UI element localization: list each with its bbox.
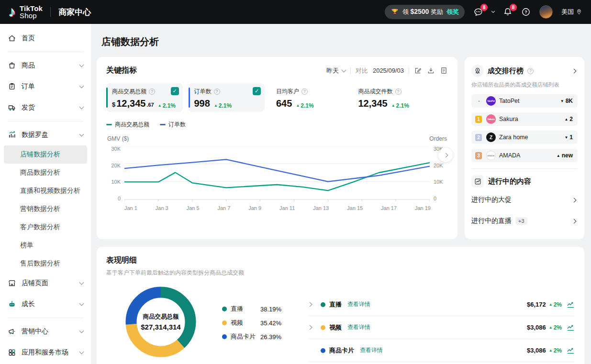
sidebar-item-live-video-data-analytics[interactable]: 直播和视频数据分析	[0, 182, 91, 200]
category-delta: ▲2%	[549, 301, 562, 308]
date-range-select[interactable]: 昨天	[326, 66, 346, 75]
axis-tick-label: Jan 11	[279, 205, 295, 211]
chevron-down-icon	[79, 105, 84, 110]
metric-delta: ▲2.1%	[214, 102, 232, 109]
category-delta: ▲2%	[549, 347, 562, 354]
metric-card-daily-customers[interactable]: 日均客户? 645 ▲2.1%	[270, 83, 347, 112]
metric-card-items-sold[interactable]: 商品成交件数? 12,345 ▲2.1%	[353, 83, 429, 112]
shop-name: AMADA	[499, 152, 520, 159]
chevron-right-icon	[572, 219, 577, 223]
sidebar-item-label: 店铺页面	[22, 279, 48, 287]
gmv-donut-chart[interactable]: 商品交易总额 $27,314,314	[123, 284, 199, 360]
up-arrow-icon: ▲	[296, 103, 300, 108]
shop-name: Sakura	[499, 116, 518, 122]
compare-date[interactable]: 2025/09/03	[373, 67, 404, 74]
ranking-subtitle: 你店铺所在品类的高成交额店铺列表	[471, 81, 578, 88]
region-label: 美国	[561, 8, 574, 16]
expand-button[interactable]	[308, 326, 315, 329]
ranking-title: 成交排行榜	[488, 66, 524, 76]
axis-tick-label: 10K	[434, 179, 448, 185]
info-icon[interactable]: ?	[301, 88, 308, 95]
trend-chart-icon	[471, 175, 484, 188]
reward-text: 领 $2500 奖励	[402, 8, 443, 16]
performance-row-video[interactable]: 视频 查看详情 $3,086 ▲2%	[308, 316, 575, 339]
sidebar-item-shop-data-analytics[interactable]: 店铺数据分析	[4, 145, 87, 164]
view-details-link[interactable]: 查看详情	[347, 323, 370, 331]
sidebar-sub-label: 榜单	[20, 241, 33, 250]
info-icon[interactable]: ?	[149, 88, 155, 95]
sidebar-item-shop-pages[interactable]: 店铺页面	[0, 273, 91, 294]
metric-checkbox[interactable]: ✓	[253, 87, 261, 95]
notifications-badge: 8	[510, 4, 517, 11]
chevron-right-icon	[443, 153, 448, 157]
view-details-link[interactable]: 查看详情	[347, 300, 370, 309]
up-arrow-icon: ▲	[564, 117, 568, 121]
info-icon[interactable]: ?	[395, 88, 401, 95]
trend-chart-button[interactable]	[567, 323, 575, 331]
sidebar-item-home[interactable]: 首页	[0, 28, 91, 49]
line-chart[interactable]	[124, 146, 430, 202]
sidebar-item-aftersales-data-analytics[interactable]: 售后数据分析	[0, 254, 91, 273]
chevron-down-icon[interactable]	[491, 10, 495, 13]
ranking-row-zara-home[interactable]: 2 Z Zara home ▼1	[471, 131, 578, 144]
ranking-row-amada[interactable]: 3 AMADA AMADA ▲new	[471, 149, 578, 162]
legend-item-orders[interactable]: 订单数	[160, 121, 186, 129]
sidebar-item-app-service-market[interactable]: 应用和服务市场	[0, 342, 91, 363]
shopping-bag-icon	[8, 61, 16, 70]
help-button[interactable]: ?	[521, 7, 531, 17]
metric-checkbox[interactable]: ✓	[171, 87, 179, 95]
trend-chart-button[interactable]	[567, 346, 575, 354]
sidebar-item-growth[interactable]: 成长	[0, 294, 91, 315]
performance-detail-card: 表现明细 基于客户下单前最后触达的内容类型拆分商品总成交额 商品交易总额 $27…	[97, 247, 584, 364]
ongoing-livestreams-row[interactable]: 进行中的直播 +3	[471, 210, 578, 232]
ongoing-promotions-row[interactable]: 进行中的大促	[471, 189, 578, 210]
metric-card-orders[interactable]: 订单数? ✓ 998 ▲2.1%	[189, 83, 265, 112]
sidebar-item-shipping[interactable]: 发货	[0, 97, 91, 118]
report-button[interactable]	[440, 66, 448, 75]
trend-chart-button[interactable]	[567, 300, 575, 309]
sidebar-item-product-data-analytics[interactable]: 商品数据分析	[0, 164, 91, 182]
info-icon[interactable]: ?	[214, 88, 220, 95]
ranking-row-sakura[interactable]: 1 Sakura Sakura ▲2	[471, 112, 578, 126]
sidebar-item-products[interactable]: 商品	[0, 55, 91, 76]
sidebar-item-orders[interactable]: 订单	[0, 76, 91, 97]
reward-banner[interactable]: 领 $2500 奖励 领奖	[385, 5, 465, 19]
sidebar-item-customer-data-analytics[interactable]: 客户数据分析	[0, 218, 91, 236]
notifications-button[interactable]: 8	[503, 7, 513, 17]
expand-button[interactable]	[308, 303, 315, 306]
chevron-down-icon	[79, 350, 84, 354]
messages-button[interactable]: 8	[473, 7, 483, 17]
sidebar-item-marketing-data-analytics[interactable]: 营销数据分析	[0, 200, 91, 218]
sidebar-item-rankings[interactable]: 榜单	[0, 236, 91, 254]
apps-grid-icon	[8, 348, 16, 357]
performance-row-product-card[interactable]: 商品卡片 查看详情 $3,086 ▲2%	[308, 339, 575, 362]
region-selector[interactable]: 美国	[561, 8, 582, 16]
reward-claim-link[interactable]: 领奖	[446, 8, 459, 16]
legend-item-gmv[interactable]: 商品交易总额	[106, 121, 149, 129]
app-title: 商家中心	[58, 7, 91, 18]
metric-card-gmv[interactable]: 商品交易总额? ✓ $12,345.67 ▲2.1%	[106, 83, 183, 112]
sidebar-item-marketing-center[interactable]: 营销中心	[0, 321, 91, 342]
home-icon	[8, 34, 16, 43]
user-avatar[interactable]	[539, 5, 553, 19]
info-icon[interactable]: ?	[527, 68, 534, 74]
sidebar-item-label: 首页	[22, 34, 35, 43]
sidebar-sub-label: 店铺数据分析	[20, 150, 60, 159]
sidebar-item-data-compass[interactable]: 数据罗盘	[0, 124, 91, 145]
y-axis-left-ticks: 30K20K10K0	[106, 146, 121, 202]
performance-row-live[interactable]: 直播 查看详情 $6,172 ▲2%	[308, 293, 575, 316]
metric-label: 订单数	[194, 88, 212, 96]
metrics-scroll-right-button[interactable]	[438, 148, 453, 162]
rank-trend: ▲new	[557, 152, 573, 159]
metric-accent	[106, 88, 108, 108]
view-details-link[interactable]: 查看详情	[360, 346, 383, 354]
edit-button[interactable]	[414, 66, 422, 75]
shop-avatar: AMADA	[486, 151, 496, 160]
chevron-right-icon[interactable]	[572, 68, 577, 73]
axis-tick-label: Jan 15	[347, 205, 363, 211]
ranking-row-tatopet[interactable]: - TatoPet TatoPet ▼8K	[471, 94, 578, 108]
export-button[interactable]	[427, 66, 435, 75]
axis-tick-label: Jan 17	[381, 205, 397, 211]
tiktok-shop-logo[interactable]: ♪ TikTok Shop	[9, 5, 43, 19]
growth-robot-icon	[8, 300, 16, 309]
